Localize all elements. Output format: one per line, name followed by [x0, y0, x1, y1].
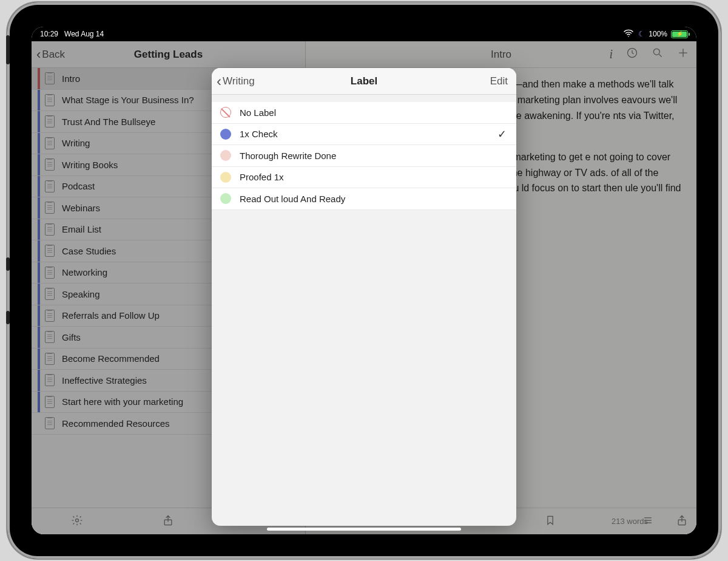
dnd-moon-icon: ☾ [638, 30, 645, 38]
device-button [6, 257, 10, 271]
color-swatch-icon [220, 193, 231, 204]
modal-back-label: Writing [223, 75, 255, 87]
label-option-name: Thorough Rewrite Done [240, 151, 336, 161]
color-swatch-icon [220, 129, 231, 140]
wifi-icon [622, 27, 635, 41]
status-date: Wed Aug 14 [64, 30, 104, 38]
screen: 10:29 Wed Aug 14 ☾ 100% ⚡ ‹ Back [32, 27, 696, 534]
label-option-row[interactable]: No Label [212, 102, 516, 124]
checkmark-icon: ✓ [497, 127, 507, 141]
modal-title: Label [351, 75, 377, 87]
label-option-row[interactable]: Thorough Rewrite Done [212, 145, 516, 167]
ipad-frame: 10:29 Wed Aug 14 ☾ 100% ⚡ ‹ Back [7, 2, 721, 559]
chevron-left-icon: ‹ [217, 75, 221, 87]
color-swatch-icon [220, 172, 231, 183]
label-option-row[interactable]: Proofed 1x [212, 167, 516, 189]
modal-back-button[interactable]: ‹ Writing [217, 75, 255, 87]
home-indicator[interactable] [267, 528, 461, 531]
battery-pct: 100% [649, 30, 667, 38]
modal-list: No Label1x Check✓Thorough Rewrite DonePr… [212, 102, 516, 210]
modal-header: ‹ Writing Label Edit [212, 68, 516, 95]
color-swatch-icon [220, 150, 231, 161]
battery-icon: ⚡ [671, 30, 688, 38]
label-option-name: Proofed 1x [240, 172, 284, 182]
label-option-name: 1x Check [240, 129, 278, 139]
device-button [6, 35, 10, 64]
label-picker-modal: ‹ Writing Label Edit No Label1x Check✓Th… [212, 68, 516, 526]
status-bar: 10:29 Wed Aug 14 ☾ 100% ⚡ [32, 27, 696, 41]
no-label-icon [220, 107, 231, 118]
label-option-row[interactable]: Read Out loud And Ready [212, 188, 516, 210]
label-option-row[interactable]: 1x Check✓ [212, 124, 516, 146]
modal-edit-button[interactable]: Edit [490, 75, 508, 87]
status-time: 10:29 [40, 30, 58, 38]
label-option-name: Read Out loud And Ready [240, 194, 345, 204]
device-button [6, 311, 10, 324]
svg-point-0 [628, 36, 629, 37]
label-option-name: No Label [240, 107, 276, 118]
